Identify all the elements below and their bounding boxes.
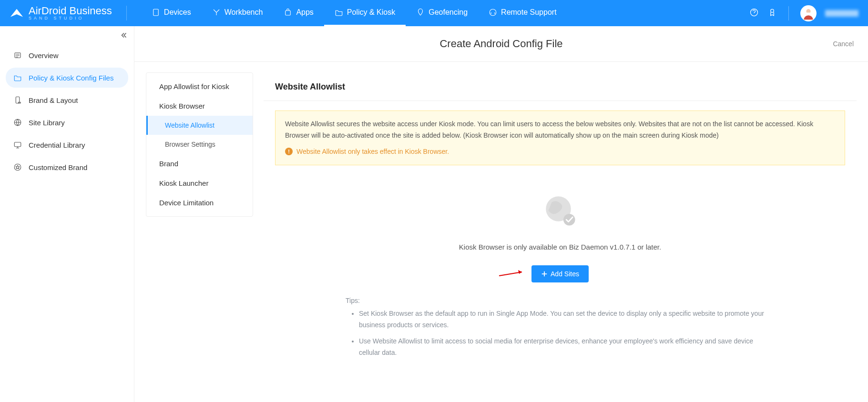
subnav-website-allowlist[interactable]: Website Allowlist [146, 116, 253, 135]
sidebar-item-brand-layout[interactable]: Brand & Layout [6, 90, 128, 110]
bag-icon [284, 8, 292, 17]
subnav-kiosk-launcher[interactable]: Kiosk Launcher [146, 173, 253, 193]
svg-point-4 [771, 9, 774, 12]
svg-rect-6 [807, 13, 809, 15]
divider [788, 6, 789, 20]
brand-block[interactable]: AirDroid Business Sand Studio [10, 6, 127, 20]
tips-block: Tips: Set Kiosk Browser as the default a… [346, 297, 775, 358]
brand-subtitle: Sand Studio [29, 16, 112, 20]
nav-geofencing-label: Geofencing [429, 8, 468, 17]
subnav-brand[interactable]: Brand [146, 154, 253, 173]
svg-rect-1 [286, 10, 291, 15]
brand-logo-icon [10, 6, 24, 20]
chevron-double-left-icon [120, 31, 128, 40]
plus-icon [541, 271, 548, 277]
monitor-icon [13, 141, 22, 149]
svg-rect-0 [153, 9, 159, 16]
left-sidebar: Overview Policy & Kiosk Config Files Bra… [0, 26, 134, 402]
list-icon [13, 51, 22, 60]
brand-text: AirDroid Business Sand Studio [29, 6, 112, 20]
topnav: Devices Workbench Apps Policy & Kiosk Ge… [141, 0, 567, 26]
subnav-kiosk-browser[interactable]: Kiosk Browser [146, 96, 253, 116]
nav-workbench-label: Workbench [225, 8, 263, 17]
subnav-browser-settings[interactable]: Browser Settings [146, 135, 253, 154]
help-icon[interactable] [749, 8, 759, 19]
folder-config-icon [13, 73, 22, 82]
sidebar-item-label: Policy & Kiosk Config Files [29, 74, 113, 82]
sidebar-item-label: Credential Library [29, 141, 85, 149]
globe-check-icon [543, 194, 577, 227]
tablet-icon [152, 8, 160, 17]
panel-title: Website Allowlist [264, 72, 857, 101]
sidebar-item-label: Site Library [29, 119, 65, 127]
nav-apps-label: Apps [296, 8, 313, 17]
sidebar-item-policy-kiosk-files[interactable]: Policy & Kiosk Config Files [6, 68, 128, 88]
svg-point-2 [490, 9, 496, 16]
user-avatar[interactable] [800, 5, 817, 21]
sidebar-item-label: Overview [29, 51, 59, 60]
subnav-device-limitation[interactable]: Device Limitation [146, 193, 253, 212]
warning-icon: ! [285, 148, 293, 155]
topbar: AirDroid Business Sand Studio Devices Wo… [0, 0, 868, 26]
nav-apps[interactable]: Apps [273, 0, 324, 26]
topbar-right [749, 5, 858, 21]
notice-text: Website Allowlist secures the website ac… [285, 119, 835, 141]
nav-policy-kiosk[interactable]: Policy & Kiosk [324, 0, 406, 26]
arrow-annotation-icon [498, 269, 527, 279]
star-badge-icon [13, 163, 22, 171]
page-header: Create Android Config File Cancel [134, 26, 868, 62]
sidebar-item-label: Brand & Layout [29, 96, 78, 104]
user-name[interactable] [825, 10, 858, 17]
headset-icon [489, 8, 497, 17]
main-panel: Website Allowlist Website Allowlist secu… [264, 72, 857, 392]
notice-box: Website Allowlist secures the website ac… [275, 111, 845, 165]
sidebar-item-credential-library[interactable]: Credential Library [6, 135, 128, 155]
tools-icon [212, 8, 221, 17]
globe-icon [13, 118, 22, 127]
add-sites-label: Add Sites [551, 270, 579, 278]
location-icon [416, 8, 425, 17]
sidebar-item-label: Customized Brand [29, 163, 87, 171]
brand-name: AirDroid Business [29, 6, 112, 16]
sidebar-item-site-library[interactable]: Site Library [6, 112, 128, 132]
svg-line-14 [499, 272, 522, 276]
config-subnav: App Allowlist for Kiosk Kiosk Browser We… [146, 72, 253, 217]
empty-state-text: Kiosk Browser is only available on Biz D… [264, 243, 857, 251]
nav-devices[interactable]: Devices [141, 0, 202, 26]
tip-item: Set Kiosk Browser as the default app to … [359, 308, 775, 331]
phone-layout-icon [13, 96, 22, 104]
svg-marker-15 [518, 270, 522, 274]
notice-warning: ! Website Allowlist only takes effect in… [285, 146, 835, 158]
cancel-button[interactable]: Cancel [833, 40, 854, 48]
tips-heading: Tips: [346, 297, 775, 304]
subnav-app-allowlist[interactable]: App Allowlist for Kiosk [146, 77, 253, 96]
add-sites-button[interactable]: Add Sites [531, 265, 589, 282]
folder-icon [335, 8, 343, 17]
nav-devices-label: Devices [164, 8, 191, 17]
svg-point-13 [563, 214, 575, 226]
nav-remote-support-label: Remote Support [501, 8, 557, 17]
collapse-sidebar-button[interactable] [120, 31, 128, 41]
svg-rect-10 [14, 142, 21, 147]
nav-geofencing[interactable]: Geofencing [406, 0, 478, 26]
sidebar-item-overview[interactable]: Overview [6, 45, 128, 65]
page-title: Create Android Config File [439, 38, 562, 50]
nav-policy-kiosk-label: Policy & Kiosk [347, 8, 395, 17]
nav-workbench[interactable]: Workbench [202, 0, 274, 26]
sidebar-item-customized-brand[interactable]: Customized Brand [6, 157, 128, 177]
rewards-icon[interactable] [767, 8, 777, 19]
nav-remote-support[interactable]: Remote Support [478, 0, 567, 26]
tip-item: Use Website Allowlist to limit access to… [359, 336, 775, 359]
notice-warning-text: Website Allowlist only takes effect in K… [296, 146, 449, 158]
